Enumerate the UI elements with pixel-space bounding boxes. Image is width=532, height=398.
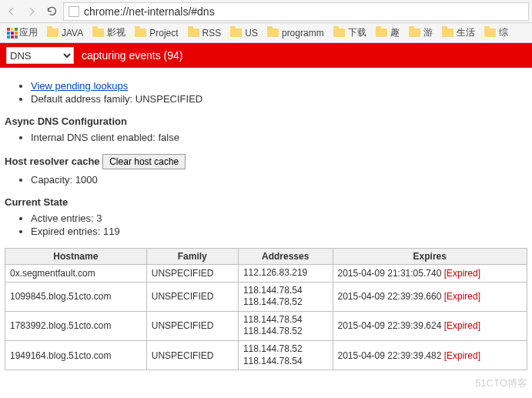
col-family: Family bbox=[146, 249, 238, 265]
address-bar[interactable]: chrome://net-internals/#dns bbox=[63, 2, 529, 21]
capture-status: capturing events (94) bbox=[82, 49, 183, 62]
bookmark-folder[interactable]: 趣 bbox=[372, 26, 403, 39]
list-item: Expired entries: 119 bbox=[31, 226, 527, 237]
table-row: 1949164.blog.51cto.comUNSPECIFIED118.144… bbox=[5, 340, 527, 370]
dns-cache-table: Hostname Family Addresses Expires 0x.seg… bbox=[5, 248, 527, 370]
pending-lookups-link[interactable]: View pending lookups bbox=[31, 80, 128, 92]
folder-icon bbox=[409, 28, 420, 37]
bookmark-folder[interactable]: 下载 bbox=[330, 26, 370, 39]
col-hostname: Hostname bbox=[5, 249, 147, 265]
back-button[interactable] bbox=[3, 3, 20, 20]
folder-icon bbox=[92, 28, 104, 37]
col-addresses: Addresses bbox=[238, 249, 333, 265]
table-row: 1099845.blog.51cto.comUNSPECIFIED118.144… bbox=[5, 282, 527, 311]
folder-icon bbox=[188, 28, 199, 37]
folder-icon bbox=[267, 28, 279, 37]
expired-tag: [Expired] bbox=[444, 320, 480, 331]
cell-addresses: 112.126.83.219 bbox=[238, 265, 333, 283]
bookmark-folder[interactable]: RSS bbox=[184, 28, 226, 38]
cell-addresses: 118.144.78.54118.144.78.52 bbox=[238, 311, 333, 340]
cell-hostname: 1949164.blog.51cto.com bbox=[5, 340, 147, 370]
cell-family: UNSPECIFIED bbox=[146, 311, 238, 340]
table-row: 0x.segmentfault.comUNSPECIFIED112.126.83… bbox=[5, 265, 527, 283]
folder-icon bbox=[47, 28, 59, 37]
bookmark-folder[interactable]: Project bbox=[131, 28, 182, 38]
current-state-heading: Current State bbox=[5, 196, 527, 208]
apps-label: 应用 bbox=[19, 26, 38, 39]
cell-hostname: 1099845.blog.51cto.com bbox=[5, 282, 147, 311]
cell-family: UNSPECIFIED bbox=[146, 340, 238, 370]
list-item: Internal DNS client enabled: false bbox=[31, 132, 527, 143]
list-item: Active entries: 3 bbox=[31, 212, 527, 224]
folder-icon bbox=[135, 28, 146, 37]
bookmark-folder[interactable]: 生活 bbox=[438, 26, 479, 39]
cell-addresses: 118.144.78.52118.144.78.54 bbox=[238, 340, 333, 370]
bookmark-folder[interactable]: JAVA bbox=[43, 28, 87, 38]
forward-button[interactable] bbox=[23, 3, 40, 20]
expired-tag: [Expired] bbox=[444, 291, 480, 302]
bookmark-folder[interactable]: 影视 bbox=[89, 26, 129, 39]
cell-expires: 2015-04-09 22:39:39.482 [Expired] bbox=[333, 340, 527, 370]
browser-toolbar: chrome://net-internals/#dns bbox=[0, 0, 532, 23]
cell-family: UNSPECIFIED bbox=[146, 265, 238, 283]
bookmarks-bar: 应用 JAVA 影视 Project RSS US programm 下载 趣 … bbox=[0, 23, 532, 43]
apps-shortcut[interactable]: 应用 bbox=[3, 26, 42, 39]
cell-expires: 2015-04-09 22:39:39.660 [Expired] bbox=[333, 282, 527, 311]
page-content: View pending lookups Default address fam… bbox=[0, 68, 532, 376]
page-icon bbox=[69, 6, 79, 17]
list-item: Capacity: 1000 bbox=[31, 174, 527, 186]
bookmark-folder[interactable]: 游 bbox=[405, 26, 437, 39]
folder-icon bbox=[442, 28, 453, 37]
expired-tag: [Expired] bbox=[444, 350, 480, 361]
expired-tag: [Expired] bbox=[444, 268, 480, 279]
cell-family: UNSPECIFIED bbox=[146, 282, 238, 311]
folder-icon bbox=[230, 28, 242, 37]
cell-addresses: 118.144.78.54118.144.78.52 bbox=[238, 282, 333, 311]
status-banner: DNS capturing events (94) bbox=[0, 43, 532, 68]
folder-icon bbox=[376, 28, 387, 37]
list-item: View pending lookups bbox=[31, 80, 527, 92]
cell-expires: 2015-04-09 22:39:39.624 [Expired] bbox=[333, 311, 527, 340]
async-config-heading: Async DNS Configuration bbox=[5, 115, 527, 127]
resolver-cache-row: Host resolver cache Clear host cache bbox=[5, 154, 527, 169]
module-select[interactable]: DNS bbox=[6, 47, 74, 64]
table-row: 1783992.blog.51cto.comUNSPECIFIED118.144… bbox=[5, 311, 527, 340]
cell-hostname: 1783992.blog.51cto.com bbox=[5, 311, 147, 340]
bookmark-folder[interactable]: US bbox=[226, 28, 262, 38]
bookmark-folder[interactable]: programm bbox=[263, 28, 328, 38]
folder-icon bbox=[484, 28, 496, 37]
reload-button[interactable] bbox=[43, 3, 60, 20]
col-expires: Expires bbox=[333, 249, 527, 265]
watermark: 51CTO博客 bbox=[475, 376, 527, 390]
clear-host-cache-button[interactable]: Clear host cache bbox=[102, 154, 186, 169]
folder-icon bbox=[333, 28, 345, 37]
apps-icon bbox=[7, 28, 18, 38]
resolver-cache-label: Host resolver cache bbox=[5, 156, 100, 167]
cell-hostname: 0x.segmentfault.com bbox=[5, 265, 147, 283]
list-item: Default address family: UNSPECIFIED bbox=[31, 93, 527, 105]
cell-expires: 2015-04-09 21:31:05.740 [Expired] bbox=[333, 265, 527, 283]
bookmark-folder[interactable]: 综 bbox=[480, 26, 512, 39]
url-text: chrome://net-internals/#dns bbox=[84, 5, 215, 18]
